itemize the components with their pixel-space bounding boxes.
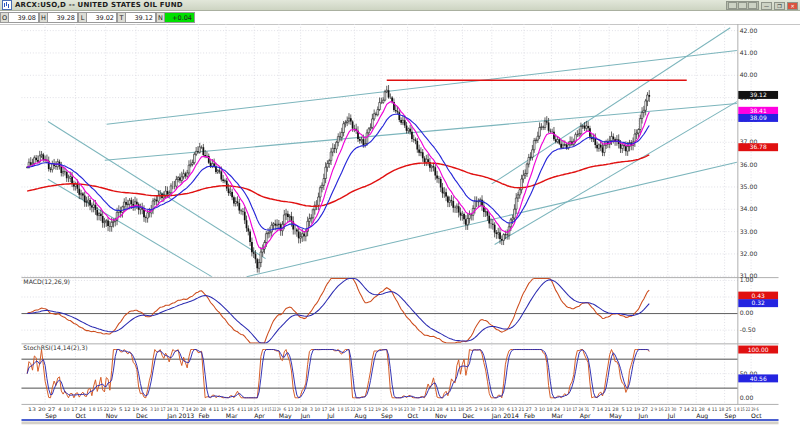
svg-text:Nov: Nov	[106, 412, 118, 419]
grid	[21, 24, 751, 404]
close-button[interactable]: ✕	[787, 2, 798, 10]
macd-line	[27, 279, 649, 343]
svg-text:Oct: Oct	[75, 412, 86, 419]
quote-open-value: 39.08	[9, 12, 39, 23]
svg-text:Nov: Nov	[435, 412, 447, 419]
svg-text:0.00: 0.00	[740, 309, 754, 316]
mdi-window-buttons	[726, 1, 759, 10]
svg-text:Feb: Feb	[198, 412, 209, 419]
svg-text:0.43: 0.43	[752, 292, 765, 299]
indicator-panes: MACD(12,26,9)StochRSI(14,14(2),3)	[21, 278, 737, 398]
svg-text:36.00: 36.00	[740, 161, 758, 168]
svg-text:Apr: Apr	[254, 412, 265, 420]
quote-low-value: 39.02	[87, 12, 117, 23]
chart-canvas[interactable]: MACD(12,26,9)StochRSI(14,14(2),3)42.0041…	[0, 24, 800, 447]
svg-text:42.00: 42.00	[740, 27, 758, 34]
svg-text:-0.50: -0.50	[740, 326, 756, 333]
down-candles	[30, 90, 650, 268]
svg-text:Aug: Aug	[355, 412, 367, 420]
svg-text:Dec: Dec	[136, 412, 148, 419]
svg-text:May: May	[609, 412, 622, 420]
macd-signal-line	[27, 279, 649, 343]
up-candles	[26, 90, 648, 268]
svg-text:Mar: Mar	[226, 412, 238, 419]
window-titlebar[interactable]: ARCX:USO,D -- UNITED STATES OIL FUND — ❐…	[0, 0, 800, 11]
stoch-label: StochRSI(14,14(2),3)	[23, 344, 87, 351]
svg-text:41.00: 41.00	[740, 49, 758, 56]
price-series	[26, 85, 650, 273]
svg-text:40.00: 40.00	[740, 71, 758, 78]
quote-high-value: 39.28	[48, 12, 78, 23]
app-icon	[2, 0, 12, 10]
svg-text:Sep: Sep	[725, 412, 737, 420]
mdi-restore-button[interactable]	[738, 2, 747, 9]
svg-text:Dec: Dec	[462, 412, 474, 419]
svg-text:Jan 2013: Jan 2013	[166, 412, 194, 420]
svg-text:Apr: Apr	[580, 412, 591, 420]
quote-last-label: T	[117, 12, 126, 23]
svg-text:0.32: 0.32	[752, 299, 765, 306]
svg-text:Aug: Aug	[696, 412, 708, 420]
svg-text:Sep: Sep	[45, 412, 57, 420]
svg-text:38.41: 38.41	[750, 107, 767, 114]
window-title: ARCX:USO,D -- UNITED STATES OIL FUND	[15, 1, 183, 9]
svg-text:100.00: 100.00	[748, 346, 769, 353]
restore-button[interactable]: ❐	[774, 2, 785, 10]
svg-text:36.78: 36.78	[750, 143, 767, 150]
svg-text:38.09: 38.09	[750, 114, 767, 121]
svg-text:Oct: Oct	[408, 412, 419, 419]
svg-text:Mar: Mar	[551, 412, 563, 419]
svg-text:1.00: 1.00	[740, 276, 754, 283]
quote-change-label: N	[156, 12, 165, 23]
svg-text:40.56: 40.56	[750, 375, 767, 382]
macd-label: MACD(12,26,9)	[23, 278, 70, 285]
svg-text:Jun: Jun	[300, 412, 311, 420]
svg-text:Jan 2014: Jan 2014	[491, 412, 519, 420]
mdi-minimize-button[interactable]	[728, 2, 737, 9]
quote-last-value: 39.12	[126, 12, 156, 23]
svg-text:Sep: Sep	[381, 412, 393, 420]
svg-text:34.00: 34.00	[740, 205, 758, 212]
svg-text:35.00: 35.00	[740, 183, 758, 190]
svg-text:Oct: Oct	[751, 412, 762, 419]
svg-text:39.12: 39.12	[750, 91, 767, 98]
quote-row: O 39.08 H 39.28 L 39.02 T 39.12 N +0.04	[0, 11, 800, 25]
svg-text:Jul: Jul	[667, 412, 676, 420]
ema-fast-line	[27, 102, 649, 249]
svg-text:Jun: Jun	[637, 412, 648, 420]
quote-change-value: +0.04	[165, 12, 195, 23]
date-axis: 13 20 27Sep4 10 17 24Oct1 8 15 22 29Nov5…	[21, 407, 778, 424]
svg-text:1 8 15 22 29: 1 8 15 22 29	[262, 407, 281, 412]
svg-text:May: May	[279, 412, 292, 420]
axes: 42.0041.0040.0039.0038.0037.0036.0035.00…	[21, 24, 778, 404]
trendlines	[48, 28, 737, 277]
svg-text:Feb: Feb	[524, 412, 535, 419]
minimize-button[interactable]: —	[761, 2, 772, 10]
mdi-close-button[interactable]	[748, 2, 757, 9]
quote-open-label: O	[0, 12, 9, 23]
quote-low-label: L	[78, 12, 87, 23]
svg-text:32.00: 32.00	[740, 250, 758, 257]
svg-text:0.00: 0.00	[740, 394, 754, 401]
svg-text:33.00: 33.00	[740, 228, 758, 235]
quote-high-label: H	[39, 12, 48, 23]
svg-text:Jul: Jul	[326, 412, 335, 420]
